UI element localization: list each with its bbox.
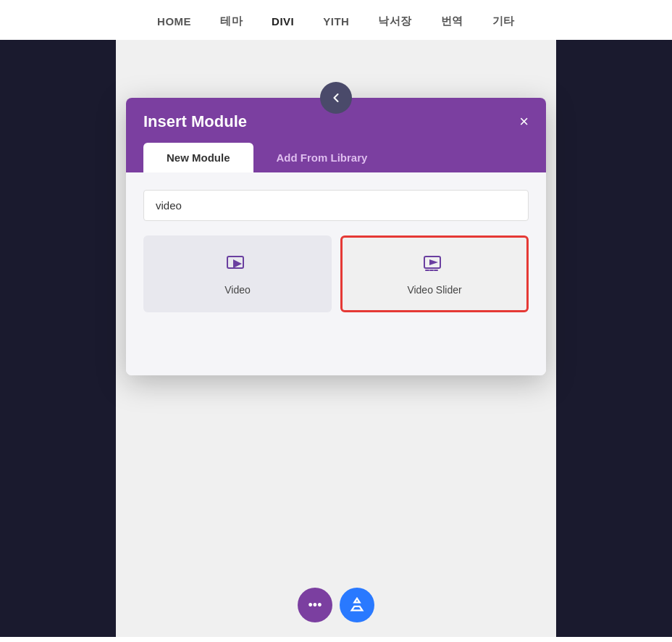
toolbar-add-button[interactable] <box>340 588 374 622</box>
tab-new-module[interactable]: New Module <box>143 143 253 172</box>
modal-wrapper: Insert Module × New Module Add From Libr… <box>126 98 546 375</box>
nav-item-gita[interactable]: 기타 <box>492 14 515 28</box>
bottom-toolbar: ••• <box>298 588 374 622</box>
svg-marker-1 <box>233 259 242 268</box>
module-item-video-slider[interactable]: Video Slider <box>340 235 529 312</box>
insert-circle-button[interactable] <box>320 82 352 114</box>
dark-strip-right <box>556 40 672 637</box>
video-slider-label: Video Slider <box>407 284 461 296</box>
tab-add-from-library[interactable]: Add From Library <box>253 143 391 172</box>
module-search-input[interactable] <box>143 190 529 221</box>
nav-item-divi[interactable]: DIVI <box>272 15 294 28</box>
video-label: Video <box>224 284 251 296</box>
modal-close-button[interactable]: × <box>519 114 529 130</box>
nav-item-tema[interactable]: 테마 <box>220 14 243 28</box>
svg-marker-3 <box>429 259 438 265</box>
nav-item-home[interactable]: HOME <box>157 15 191 28</box>
modal-title-row: Insert Module × <box>143 112 529 131</box>
dark-strip-left <box>0 40 116 637</box>
modal-title: Insert Module <box>143 112 247 131</box>
video-slider-icon <box>423 252 446 278</box>
nav-item-yith[interactable]: YITH <box>323 15 349 28</box>
insert-module-modal: Insert Module × New Module Add From Libr… <box>126 98 546 375</box>
navigation: HOME 테마 DIVI YITH 낙서장 번역 기타 <box>0 0 672 40</box>
add-icon <box>349 597 365 613</box>
modal-tabs: New Module Add From Library <box>143 143 529 172</box>
nav-item-beonik[interactable]: 번역 <box>441 14 463 28</box>
video-icon <box>226 252 249 278</box>
page-content: Insert Module × New Module Add From Libr… <box>0 40 672 637</box>
module-grid: Video Video S <box>143 235 529 312</box>
module-item-video[interactable]: Video <box>143 235 332 312</box>
dots-icon: ••• <box>308 598 322 613</box>
nav-item-nakseojang[interactable]: 낙서장 <box>378 14 412 28</box>
toolbar-dots-button[interactable]: ••• <box>298 588 332 622</box>
modal-body: Video Video S <box>126 172 546 375</box>
